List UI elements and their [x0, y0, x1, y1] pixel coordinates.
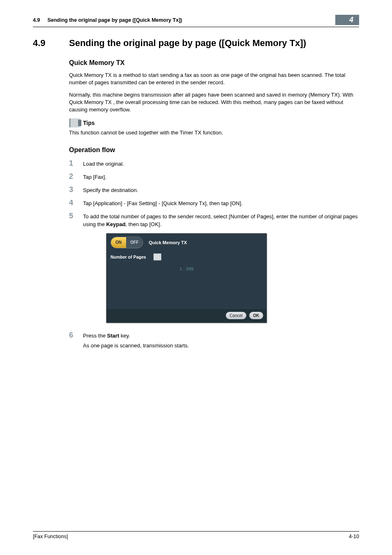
step-number: 6: [69, 331, 83, 349]
step-subtext: As one page is scanned, transmission sta…: [83, 342, 359, 349]
step-item: 4 Tap [Application] - [Fax Setting] - [Q…: [69, 199, 359, 207]
ok-button[interactable]: OK: [249, 312, 263, 319]
tips-label: Tips: [83, 120, 95, 126]
heading-quick-memory-tx: Quick Memory TX: [69, 59, 359, 67]
step-number: 5: [69, 212, 83, 228]
range-hint: 1 - 999: [106, 262, 267, 273]
step-number: 1: [69, 160, 83, 168]
tips-callout: Tips: [69, 118, 359, 127]
step-text-post: , then tap [OK].: [125, 221, 161, 227]
page-footer: [Fax Functions] 4-10: [33, 531, 359, 539]
step-text-pre: Press the: [83, 333, 107, 339]
heading-1-number: 4.9: [33, 38, 69, 49]
footer-left: [Fax Functions]: [33, 534, 68, 539]
step-number: 2: [69, 173, 83, 181]
step-number: 3: [69, 186, 83, 194]
step-text: Tap [Fax].: [83, 173, 359, 181]
heading-1: 4.9 Sending the original page by page ([…: [33, 38, 359, 49]
step-text: Load the original.: [83, 160, 359, 168]
step-item: 2 Tap [Fax].: [69, 173, 359, 181]
step-text-bold: Start: [107, 333, 120, 339]
paragraph: Normally, this machine begins transmissi…: [69, 91, 359, 113]
device-screenshot: ON OFF Quick Memory TX Number of Pages 1…: [106, 233, 267, 323]
running-header: 4.9 Sending the original page by page ([…: [33, 15, 359, 27]
step-item: 5 To add the total number of pages to th…: [69, 212, 359, 228]
quick-memory-toggle[interactable]: ON OFF: [111, 237, 143, 248]
panel-title: Quick Memory TX: [149, 240, 187, 245]
heading-operation-flow: Operation flow: [69, 146, 359, 154]
step-item: 6 Press the Start key. As one page is sc…: [69, 331, 359, 349]
step-text: Tap [Application] - [Fax Setting] - [Qui…: [83, 199, 359, 207]
step-text: Press the Start key. As one page is scan…: [83, 331, 359, 349]
step-text: To add the total number of pages to the …: [83, 212, 359, 228]
number-of-pages-input[interactable]: [153, 253, 161, 261]
step-item: 3 Specify the destination.: [69, 186, 359, 194]
step-item: 1 Load the original.: [69, 160, 359, 168]
number-of-pages-label: Number of Pages: [111, 254, 146, 259]
header-section-number: 4.9: [33, 17, 40, 23]
book-icon: [69, 118, 81, 127]
step-text-bold: Keypad: [106, 221, 125, 227]
toggle-off-button[interactable]: OFF: [126, 237, 143, 248]
header-section-title: Sending the original page by page ([Quic…: [47, 17, 335, 23]
header-chapter-number: 4: [335, 15, 359, 25]
toggle-on-button[interactable]: ON: [111, 237, 126, 248]
step-text: Specify the destination.: [83, 186, 359, 194]
paragraph: Quick Memory TX is a method to start sen…: [69, 72, 359, 86]
step-number: 4: [69, 199, 83, 207]
cancel-button[interactable]: Cancel: [226, 312, 247, 319]
tips-text: This function cannot be used together wi…: [69, 129, 359, 136]
step-text-post: key.: [119, 333, 130, 339]
footer-right: 4-10: [349, 534, 359, 539]
heading-1-title: Sending the original page by page ([Quic…: [69, 38, 359, 49]
